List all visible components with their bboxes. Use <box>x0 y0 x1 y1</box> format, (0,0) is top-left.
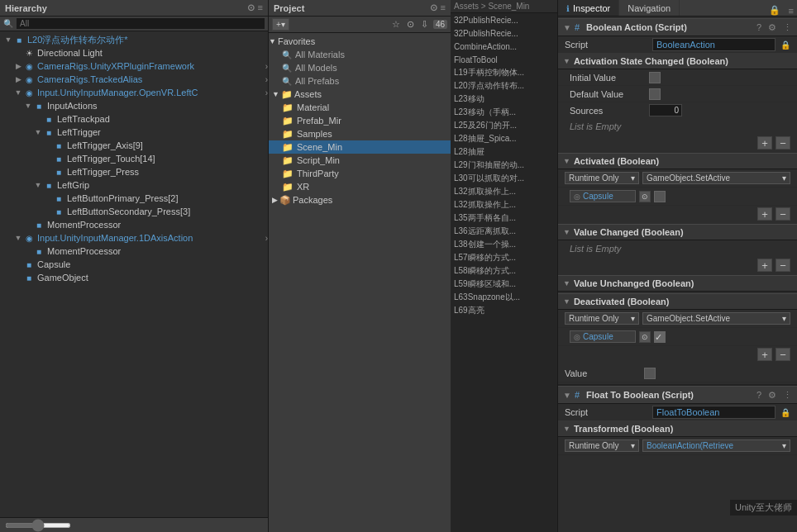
scene-file-item[interactable]: L69高亮 <box>451 304 557 317</box>
deact-capsule-select-btn[interactable]: ⊙ <box>639 331 651 343</box>
tree-item-lbpp2[interactable]: ■ LeftButtonPrimary_Press[2] <box>0 192 268 205</box>
scene-file-item[interactable]: L57瞬移的方式... <box>451 251 557 264</box>
project-import-icon[interactable]: ⇩ <box>419 19 430 30</box>
tree-item-ltt14[interactable]: ■ LeftTrigger_Touch[14] <box>0 152 268 165</box>
boolean-action-header[interactable]: ▼ # Boolean Action (Script) ? ⚙ ⋮ <box>558 18 797 36</box>
scene-file-item[interactable]: 32PublishRecie... <box>451 26 557 40</box>
scene-file-item[interactable]: L30可以抓取的对... <box>451 172 557 185</box>
sources-remove-btn[interactable]: − <box>776 136 790 150</box>
assets-prefabmir-folder[interactable]: 📁 Prefab_Mir <box>269 114 451 127</box>
trans-runtime-dropdown[interactable]: Runtime Only ▾ <box>565 439 639 452</box>
tree-item-lefttrackpad[interactable]: ■ LeftTrackpad <box>0 112 268 126</box>
assets-thirdparty-folder[interactable]: 📁 ThirdParty <box>269 167 451 180</box>
scene-file-item[interactable]: L36远距离抓取... <box>451 225 557 238</box>
tree-root-item[interactable]: ▼ ■ L20浮点动作转布尔动作* <box>0 33 268 46</box>
hierarchy-menu-icon[interactable]: ≡ <box>258 2 263 13</box>
packages-header[interactable]: ▶ 📦 Packages <box>269 193 451 207</box>
scene-file-item[interactable]: L32抓取操作上... <box>451 185 557 198</box>
fav-item-all-materials[interactable]: 🔍 All Materials <box>269 48 451 61</box>
project-menu-icon[interactable]: ≡ <box>441 2 446 13</box>
scene-file-item[interactable]: L29门和抽屉的动... <box>451 159 557 172</box>
assets-scenemin-folder[interactable]: 📁 Scene_Min <box>269 140 451 154</box>
project-eye-icon[interactable]: ⊙ <box>405 19 416 30</box>
inspector-lock-icon[interactable]: 🔒 <box>764 5 785 16</box>
scene-file-item[interactable]: L28抽屉_Spica... <box>451 132 557 145</box>
activated-add-btn[interactable]: + <box>757 207 772 221</box>
fav-item-all-models[interactable]: 🔍 All Models <box>269 61 451 74</box>
tree-item-gameobject[interactable]: ■ GameObject <box>0 271 268 284</box>
project-add-btn[interactable]: +▾ <box>272 18 289 31</box>
favorites-header[interactable]: ▼ Favorites <box>269 35 451 48</box>
ba-settings-icon[interactable]: ⚙ <box>768 22 776 33</box>
deact-remove-btn[interactable]: − <box>776 348 790 361</box>
activated-capsule-select-btn[interactable]: ⊙ <box>639 191 651 202</box>
ba-help-icon[interactable]: ? <box>756 22 761 33</box>
tree-item-lbsp3[interactable]: ■ LeftButtonSecondary_Press[3] <box>0 205 268 218</box>
scene-file-item[interactable]: L20浮点动作转布... <box>451 79 557 93</box>
tree-item-inputactions[interactable]: ▼ ■ InputActions <box>0 99 268 112</box>
ftb-header[interactable]: ▼ # Float To Boolean (Script) ? ⚙ ⋮ <box>558 386 797 404</box>
ba-more-icon[interactable]: ⋮ <box>783 22 792 33</box>
activated-action-dropdown[interactable]: GameObject.SetActive ▾ <box>642 172 790 184</box>
assets-header[interactable]: ▼ 📁 Assets <box>269 88 451 101</box>
activation-state-header[interactable]: ▼ Activation State Changed (Boolean) <box>558 53 797 69</box>
transformed-header[interactable]: ▼ Transformed (Boolean) <box>558 420 797 437</box>
assets-scriptmin-folder[interactable]: 📁 Script_Min <box>269 154 451 167</box>
deact-checkbox[interactable]: ✓ <box>654 331 666 343</box>
tree-item-moment1[interactable]: ■ MomentProcessor <box>0 218 268 231</box>
tree-item-directional-light[interactable]: ☀ Directional Light <box>0 46 268 59</box>
scene-file-item[interactable]: L32抓取操作上... <box>451 198 557 211</box>
deact-action-dropdown[interactable]: GameObject.SetActive ▾ <box>642 312 790 325</box>
sources-add-btn[interactable]: + <box>757 136 772 150</box>
deact-runtime-dropdown[interactable]: Runtime Only ▾ <box>565 312 639 325</box>
tree-item-leftgrip[interactable]: ▼ ■ LeftGrip <box>0 178 268 192</box>
vc-remove-btn[interactable]: − <box>776 259 790 272</box>
tree-item-camerarigs-ta[interactable]: ▶ ◉ CameraRigs.TrackedAlias › <box>0 73 268 86</box>
activated-checkbox[interactable] <box>654 191 666 202</box>
activated-runtime-dropdown[interactable]: Runtime Only ▾ <box>565 172 639 184</box>
scene-file-item[interactable]: L58瞬移的方式... <box>451 264 557 278</box>
tree-item-input-ovr[interactable]: ▼ ◉ Input.UnityInputManager.OpenVR.LeftC… <box>0 86 268 99</box>
sources-count-input[interactable] <box>649 104 682 116</box>
fav-item-all-prefabs[interactable]: 🔍 All Prefabs <box>269 74 451 88</box>
tree-item-input-1da[interactable]: ▼ ◉ Input.UnityInputManager.1DAxisAction… <box>0 231 268 245</box>
scene-file-item[interactable]: L23移动（手柄... <box>451 106 557 119</box>
value-changed-header[interactable]: ▼ Value Changed (Boolean) <box>558 224 797 240</box>
tree-item-lefttrigger[interactable]: ▼ ■ LeftTrigger <box>0 126 268 139</box>
scene-file-item[interactable]: L38创建一个操... <box>451 238 557 251</box>
inspector-menu-icon[interactable]: ≡ <box>785 6 797 16</box>
trans-action-dropdown[interactable]: BooleanAction(Retrieve ▾ <box>642 439 790 452</box>
tree-item-lta9[interactable]: ■ LeftTrigger_Axis[9] <box>0 139 268 152</box>
deact-add-btn[interactable]: + <box>757 348 772 361</box>
tree-item-camerarigs-xr[interactable]: ▶ ◉ CameraRigs.UnityXRPluginFramework › <box>0 59 268 73</box>
scene-file-item[interactable]: FloatToBool <box>451 53 557 66</box>
tab-inspector[interactable]: ℹ Inspector <box>558 0 619 16</box>
scene-file-item[interactable]: L59瞬移区域和... <box>451 278 557 291</box>
value-checkbox[interactable] <box>644 368 656 379</box>
ftb-settings-icon[interactable]: ⚙ <box>768 390 776 401</box>
assets-material-folder[interactable]: 📁 Material <box>269 101 451 114</box>
activated-remove-btn[interactable]: − <box>776 207 790 221</box>
project-lock-icon[interactable]: ⊙ <box>430 2 437 13</box>
tab-navigation[interactable]: Navigation <box>619 0 680 16</box>
scene-file-item[interactable]: L19手柄控制物体... <box>451 66 557 79</box>
scene-file-item[interactable]: L63Snapzone以... <box>451 291 557 304</box>
hierarchy-lock-icon[interactable]: ⊙ <box>247 2 255 13</box>
ftb-help-icon[interactable]: ? <box>756 390 761 401</box>
assets-samples-folder[interactable]: 📁 Samples <box>269 127 451 140</box>
scene-file-item[interactable]: L28抽屉 <box>451 145 557 159</box>
deactivated-header[interactable]: ▼ Deactivated (Boolean) <box>558 293 797 310</box>
tree-item-ltp[interactable]: ■ LeftTrigger_Press <box>0 165 268 178</box>
scene-file-item[interactable]: CombineAction... <box>451 40 557 53</box>
hierarchy-size-slider[interactable] <box>5 523 71 528</box>
tree-item-moment2[interactable]: ■ MomentProcessor <box>0 245 268 258</box>
scene-file-item[interactable]: L25及26门的开... <box>451 119 557 132</box>
scene-file-item[interactable]: 32PublishRecie... <box>451 13 557 26</box>
vc-add-btn[interactable]: + <box>757 259 772 272</box>
hierarchy-search-input[interactable] <box>17 18 265 29</box>
ftb-more-icon[interactable]: ⋮ <box>783 390 792 401</box>
assets-xr-folder[interactable]: 📁 XR <box>269 180 451 193</box>
scene-file-item[interactable]: L35两手柄各自... <box>451 211 557 225</box>
scene-file-item[interactable]: L23移动 <box>451 93 557 106</box>
value-unchanged-header[interactable]: ▼ Value Unchanged (Boolean) <box>558 275 797 292</box>
